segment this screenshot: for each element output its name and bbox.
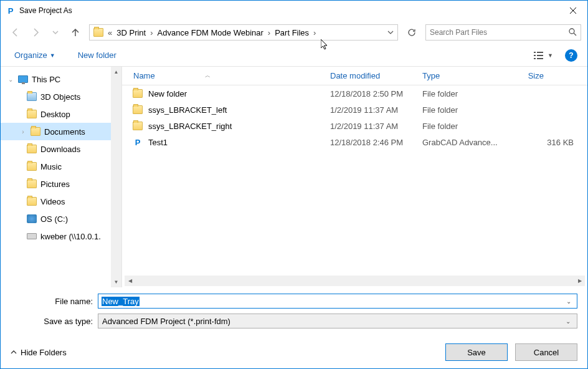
breadcrumb-seg-1[interactable]: Advance FDM Mode Webinar (155, 25, 266, 40)
file-type: File folder (422, 122, 517, 131)
sidebar-scrollbar[interactable]: ▲ ▼ (111, 67, 121, 287)
svg-rect-5 (534, 58, 536, 59)
breadcrumb-seg-2[interactable]: Part Files (272, 25, 311, 40)
breadcrumb-chevron[interactable]: « (106, 28, 114, 37)
form-area: File name: New_Tray ⌄ Save as type: Adva… (1, 287, 587, 336)
file-row[interactable]: ssys_LBRACKET_right1/2/2019 11:37 AMFile… (122, 118, 587, 134)
sidebar-item-3d-objects[interactable]: 3D Objects (1, 88, 121, 105)
sidebar-label: kweber (\\10.0.1. (40, 232, 101, 241)
up-button[interactable] (67, 24, 84, 41)
scroll-up[interactable]: ▲ (111, 67, 121, 77)
breadcrumb-dropdown[interactable] (385, 28, 396, 37)
file-row[interactable]: ssys_LBRACKET_left1/2/2019 11:37 AMFile … (122, 102, 587, 118)
back-button[interactable] (7, 24, 24, 41)
organize-label: Organize (14, 50, 47, 60)
breadcrumb-root-icon[interactable] (91, 25, 106, 40)
close-button[interactable] (559, 1, 587, 21)
chevron-down-icon (387, 29, 394, 36)
sidebar-item-documents[interactable]: › Documents (1, 123, 121, 140)
sidebar-label: Videos (40, 197, 65, 206)
svg-rect-4 (537, 55, 543, 56)
arrow-left-icon (11, 27, 21, 37)
file-row[interactable]: PTest112/18/2018 2:46 PMGrabCAD Advance.… (122, 134, 587, 150)
view-button[interactable]: ▼ (529, 49, 557, 62)
header-date[interactable]: Date modified (330, 71, 422, 80)
file-name-label: File name: (11, 297, 98, 306)
refresh-button[interactable] (403, 24, 420, 41)
sidebar-label: 3D Objects (40, 92, 80, 102)
chevron-down-icon: ⌄ (563, 318, 573, 325)
folder-icon (133, 122, 143, 130)
new-folder-label: New folder (78, 50, 116, 60)
navbar: « 3D Print › Advance FDM Mode Webinar › … (1, 21, 587, 44)
scroll-down[interactable]: ▼ (111, 277, 121, 287)
sidebar-item-videos[interactable]: Videos (1, 193, 121, 210)
app-icon: P (6, 6, 16, 16)
header-name[interactable]: Name ︿ (122, 71, 330, 80)
drive-icon (27, 214, 37, 224)
titlebar: P Save Project As (1, 1, 587, 21)
forward-button[interactable] (27, 24, 44, 41)
scroll-track[interactable] (111, 77, 121, 277)
breadcrumb-chevron[interactable]: › (311, 28, 318, 37)
sidebar-label: Documents (44, 127, 85, 137)
arrow-right-icon (31, 27, 40, 37)
monitor-icon (18, 74, 28, 84)
file-date: 12/18/2018 2:46 PM (330, 138, 422, 147)
sidebar-item-downloads[interactable]: Downloads (1, 140, 121, 158)
recent-button[interactable] (47, 24, 64, 41)
expand-chevron[interactable]: ⌄ (7, 76, 14, 83)
file-type: File folder (422, 89, 517, 98)
search-box[interactable] (425, 24, 581, 41)
header-type[interactable]: Type (422, 71, 517, 80)
sidebar-item-music[interactable]: Music (1, 158, 121, 175)
file-name-dropdown[interactable]: ⌄ (564, 298, 574, 305)
sidebar-label: Desktop (40, 110, 70, 119)
chevron-down-icon (52, 29, 59, 36)
save-type-select[interactable]: Advanced FDM Project (*.print-fdm) ⌄ (98, 314, 577, 328)
expand-chevron[interactable]: › (19, 128, 27, 135)
chevron-down-icon: ▼ (548, 52, 553, 59)
breadcrumb-seg-0[interactable]: 3D Print (114, 25, 148, 40)
breadcrumb[interactable]: « 3D Print › Advance FDM Mode Webinar › … (89, 24, 398, 41)
sidebar-item-pictures[interactable]: Pictures (1, 175, 121, 193)
sidebar-item-os-drive[interactable]: OS (C:) (1, 210, 121, 228)
breadcrumb-chevron[interactable]: › (266, 28, 272, 37)
header-size[interactable]: Size (517, 71, 587, 80)
column-headers[interactable]: Name ︿ Date modified Type Size (122, 67, 587, 85)
arrow-up-icon (70, 27, 80, 37)
folder-icon (27, 144, 37, 154)
file-name: ssys_LBRACKET_left (148, 105, 330, 115)
file-type: GrabCAD Advance... (422, 138, 517, 147)
folder-icon (27, 109, 37, 119)
scroll-left[interactable]: ◀ (125, 276, 135, 286)
cancel-button[interactable]: Cancel (515, 343, 577, 361)
search-icon[interactable] (568, 27, 577, 38)
file-name-field[interactable]: New_Tray ⌄ (98, 294, 577, 309)
new-folder-button[interactable]: New folder (74, 48, 120, 62)
search-input[interactable] (430, 28, 568, 37)
chevron-down-icon: ▼ (50, 52, 55, 59)
file-row[interactable]: New folder12/18/2018 2:50 PMFile folder (122, 85, 587, 102)
svg-rect-6 (537, 58, 543, 59)
chevron-up-icon (11, 349, 17, 355)
folder-icon (133, 89, 143, 98)
hide-folders-button[interactable]: Hide Folders (11, 348, 67, 357)
scroll-track[interactable] (135, 276, 574, 286)
scroll-right[interactable]: ▶ (574, 276, 585, 286)
sort-indicator-icon: ︿ (205, 72, 211, 80)
breadcrumb-chevron[interactable]: › (148, 28, 154, 37)
folder-icon (27, 161, 37, 171)
horizontal-scrollbar[interactable]: ◀ ▶ (125, 276, 585, 286)
file-name-value[interactable]: New_Tray (102, 297, 140, 306)
sidebar-item-desktop[interactable]: Desktop (1, 105, 121, 123)
file-list: New folder12/18/2018 2:50 PMFile folders… (122, 85, 587, 276)
organize-button[interactable]: Organize ▼ (11, 48, 59, 62)
help-button[interactable]: ? (565, 49, 577, 62)
svg-point-0 (569, 29, 574, 34)
sidebar-item-network-drive[interactable]: kweber (\\10.0.1. (1, 228, 121, 245)
sidebar-label: Music (40, 162, 62, 171)
sidebar-this-pc[interactable]: ⌄ This PC (1, 70, 121, 88)
main-panel: Name ︿ Date modified Type Size New folde… (122, 67, 587, 287)
save-button[interactable]: Save (445, 343, 508, 361)
